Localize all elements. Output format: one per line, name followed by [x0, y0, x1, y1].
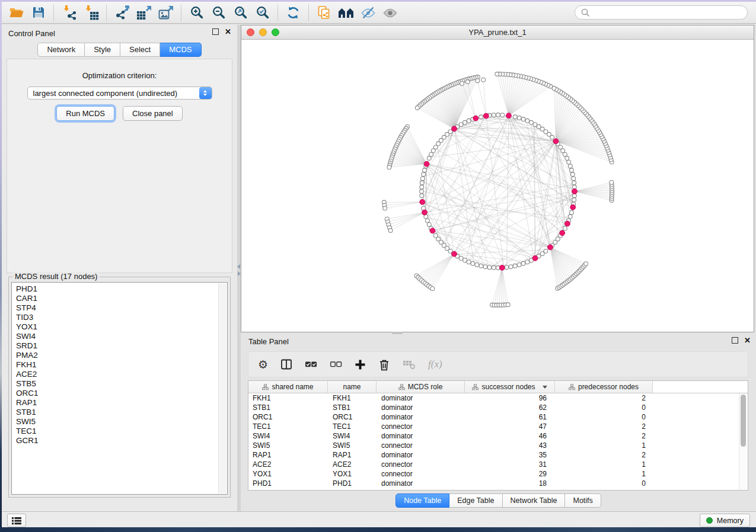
optimization-criterion-select[interactable]: largest connected component (undirected)	[27, 86, 212, 100]
status-bar: Memory	[2, 511, 756, 528]
zoom-out-button[interactable]	[208, 3, 229, 22]
optimization-criterion-label: Optimization criterion:	[7, 71, 232, 80]
table-row[interactable]: SWI5SWI5connector431	[248, 441, 748, 450]
table-scrollbar-thumb[interactable]	[741, 395, 746, 447]
tab-edge-table[interactable]: Edge Table	[449, 493, 502, 508]
save-session-button[interactable]	[27, 3, 49, 22]
shared-column-icon	[569, 384, 575, 390]
hide-selected-button[interactable]	[357, 3, 379, 22]
tab-mcds[interactable]: MCDS	[160, 43, 201, 57]
zoom-fit-icon	[234, 5, 248, 20]
table-scrollbar[interactable]	[739, 393, 747, 489]
collapse-left-icon[interactable]	[237, 264, 240, 269]
close-panel-button[interactable]: Close panel	[123, 106, 183, 121]
column-header-shared-name[interactable]: shared name	[248, 381, 328, 393]
close-panel-icon[interactable]: ✕	[225, 28, 231, 35]
table-row[interactable]: SWI4SWI4dominator462	[248, 431, 748, 441]
show-panels-button[interactable]	[7, 514, 26, 527]
dropdown-stepper-icon	[199, 87, 212, 99]
run-mcds-button[interactable]: Run MCDS	[56, 106, 114, 121]
wallpaper-bottom-strip	[0, 527, 756, 532]
columns-icon	[280, 358, 292, 370]
search-input[interactable]	[593, 8, 742, 18]
float-table-panel-icon[interactable]	[732, 337, 738, 344]
horizontal-splitter-handle[interactable]	[392, 332, 403, 334]
tab-motifs[interactable]: Motifs	[565, 493, 601, 508]
cell-mcds_role: dominator	[377, 413, 465, 421]
list-icon	[11, 516, 22, 525]
column-label: shared name	[272, 383, 313, 391]
cell-shared_name: FKH1	[248, 394, 328, 402]
memory-button[interactable]: Memory	[700, 514, 750, 527]
network-window: YPA_prune.txt_1	[241, 25, 754, 332]
tab-node-table[interactable]: Node Table	[395, 493, 449, 508]
export-table-icon	[136, 5, 152, 20]
column-header-successor-nodes[interactable]: successor nodes	[465, 381, 555, 393]
result-node: SWI4	[16, 332, 227, 341]
table-row[interactable]: ORC1ORC1dominator610	[248, 412, 748, 422]
cell-mcds_role: dominator	[377, 403, 465, 412]
show-all-button[interactable]	[379, 3, 401, 22]
column-header-name[interactable]: name	[328, 381, 377, 393]
select-all-rows-button[interactable]	[305, 359, 317, 370]
delete-column-button[interactable]	[378, 358, 390, 371]
table-row[interactable]: RAP1RAP1dominator352	[248, 450, 748, 460]
show-columns-button[interactable]	[280, 358, 292, 370]
table-row[interactable]: FKH1FKH1dominator962	[248, 393, 748, 403]
result-node: SRD1	[16, 341, 227, 351]
tab-select[interactable]: Select	[120, 43, 160, 57]
tab-style[interactable]: Style	[85, 43, 120, 57]
shared-column-icon	[472, 384, 479, 390]
result-node: ORC1	[16, 389, 227, 398]
table-row[interactable]: PHD1PHD1dominator180	[248, 479, 748, 488]
cell-shared_name: YOX1	[248, 470, 328, 478]
cell-mcds_role: dominator	[377, 451, 465, 459]
result-list-scrollbar[interactable]	[218, 283, 227, 493]
cell-successor_nodes: 31	[465, 460, 555, 469]
column-header-predecessor-nodes[interactable]: predecessor nodes	[555, 381, 653, 393]
zoom-selected-button[interactable]	[251, 3, 273, 22]
network-canvas[interactable]	[241, 40, 754, 332]
cell-mcds_role: dominator	[377, 394, 465, 402]
add-column-button[interactable]	[355, 359, 366, 370]
deselect-all-rows-button[interactable]	[330, 359, 342, 370]
table-options-button[interactable]: ⚙	[258, 359, 268, 370]
tab-network[interactable]: Network	[37, 43, 85, 57]
cell-predecessor_nodes: 1	[555, 441, 653, 450]
cell-shared_name: ACE2	[248, 460, 328, 469]
float-panel-icon[interactable]	[212, 28, 219, 35]
network-window-titlebar[interactable]: YPA_prune.txt_1	[241, 25, 754, 40]
tab-network-table[interactable]: Network Table	[503, 493, 566, 508]
refresh-layout-button[interactable]	[282, 3, 304, 22]
cell-name: ACE2	[328, 460, 377, 469]
export-table-button[interactable]	[133, 3, 155, 22]
column-header-MCDS-role[interactable]: MCDS role	[377, 381, 465, 393]
open-file-button[interactable]	[5, 3, 27, 22]
cytoscape-app: Control Panel ✕ NetworkStyleSelectMCDS O…	[0, 0, 756, 532]
table-row[interactable]: STB1STB1dominator620	[248, 403, 748, 412]
table-row[interactable]: YOX1YOX1connector291	[248, 469, 748, 479]
result-node: CAR1	[16, 294, 227, 303]
search-field[interactable]	[575, 5, 748, 20]
save-floppy-icon	[31, 5, 46, 20]
cell-mcds_role: dominator	[377, 479, 465, 488]
cell-name: SWI5	[328, 441, 377, 450]
wallpaper-top-strip	[0, 0, 756, 2]
mcds-result-list[interactable]: PHD1CAR1STP4TID3YOX1SWI4SRD1PMA2FKH1ACE2…	[11, 282, 228, 495]
export-image-button[interactable]	[155, 3, 177, 22]
duplicate-network-button[interactable]	[313, 3, 335, 22]
cell-name: TEC1	[328, 422, 377, 431]
result-node: TID3	[16, 313, 227, 322]
first-neighbors-button[interactable]	[335, 3, 357, 22]
import-table-button[interactable]	[80, 3, 102, 22]
export-network-button[interactable]	[111, 3, 133, 22]
cell-predecessor_nodes: 0	[555, 479, 653, 488]
table-row[interactable]: ACE2ACE2connector311	[248, 460, 748, 469]
control-panel-title: Control Panel	[8, 29, 55, 38]
table-row[interactable]: TEC1TEC1connector472	[248, 422, 748, 431]
export-network-icon	[114, 5, 130, 20]
import-network-button[interactable]	[58, 3, 80, 22]
zoom-in-button[interactable]	[186, 3, 208, 22]
close-table-panel-icon[interactable]: ✕	[744, 337, 751, 344]
zoom-fit-button[interactable]	[229, 3, 251, 22]
